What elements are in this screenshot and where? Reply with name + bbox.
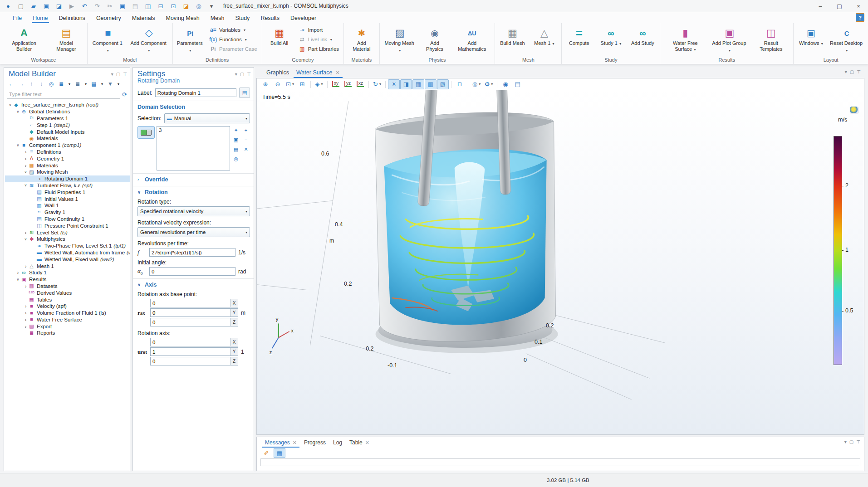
selection-dropdown[interactable]: ▬ Manual ▾ (164, 113, 250, 123)
tree-item-gravity-1[interactable]: ≈Gravity 1 (5, 209, 130, 216)
chevron-down-icon[interactable]: ▾ (67, 80, 72, 88)
initial-angle-input[interactable] (149, 267, 235, 276)
rotation-type-dropdown[interactable]: Specified rotational velocity▾ (137, 206, 250, 216)
tree-item-study-1[interactable]: ›∞Study 1 (5, 269, 130, 276)
tree-expander-icon[interactable]: ∨ (8, 103, 13, 107)
build-all-button[interactable]: ▦Build All (264, 24, 295, 57)
tree-item-component-1[interactable]: ∨■Component 1(comp1) (5, 142, 130, 149)
tree-item-definitions[interactable]: ›≡Definitions (5, 149, 130, 156)
paste-selection-button[interactable]: ▤ (232, 145, 240, 153)
add-mathematics-button[interactable]: ΔUAdd Mathematics (451, 24, 493, 57)
pin-panel-icon[interactable]: ⊤ (123, 72, 127, 77)
view-xy-button[interactable]: xy (330, 79, 342, 89)
tree-expander-icon[interactable]: ∨ (15, 143, 20, 147)
zoom-out-button[interactable]: ⊖ (272, 79, 284, 89)
parameters-button[interactable]: PiParameters ▾ (175, 24, 206, 57)
clear-selection-button[interactable]: ✕ (242, 145, 250, 153)
tab-home[interactable]: Home (27, 14, 53, 23)
tab-messages[interactable]: Messages✕ (261, 438, 300, 448)
tree-item-default-model-inputs[interactable]: ◆Default Model Inputs (5, 128, 130, 135)
chevron-down-icon[interactable]: ∨ (137, 190, 142, 195)
float-panel-icon[interactable]: ▢ (240, 72, 244, 77)
tree-expander-icon[interactable]: › (23, 230, 28, 235)
pin-panel-icon[interactable]: ⊤ (247, 72, 251, 77)
base-point-y-input[interactable] (150, 308, 238, 317)
pin-panel-icon[interactable]: ⊤ (856, 439, 860, 444)
velocity-expression-dropdown[interactable]: General revolutions per time▾ (137, 227, 250, 237)
tree-item-export[interactable]: ›▤Export (5, 323, 130, 330)
model-manager-button[interactable]: ▤Model Manager (47, 24, 85, 57)
copy-selection-button[interactable]: ▣ (232, 136, 240, 144)
label-input[interactable] (155, 88, 236, 97)
tree-item-parameters-1[interactable]: PiParameters 1 (5, 115, 130, 122)
add-study-button[interactable]: ∞Add Study (627, 24, 658, 57)
build-mesh-button[interactable]: ▦Build Mesh (497, 24, 528, 57)
tree-item-multiphysics[interactable]: ∨✱Multiphysics (5, 236, 130, 243)
tree-item-free-surface-mixer-ls-mph[interactable]: ∨◆free_surface_mixer_ls.mph(root) (5, 102, 130, 108)
material-color-button[interactable]: ▧ (437, 79, 449, 89)
add-component-button[interactable]: ◇Add Component ▾ (128, 24, 171, 57)
tree-item-pressure-point-constraint-1[interactable]: ◫Pressure Point Constraint 1 (5, 222, 130, 229)
move-down-button[interactable]: ↓ (37, 80, 46, 88)
select-icon[interactable]: ⊡ (168, 1, 179, 10)
tree-item-turbulent-flow-k-[interactable]: ∨≋Turbulent Flow, k-ε(spf) (5, 182, 130, 189)
tree-item-reports[interactable]: ≣Reports (5, 330, 130, 336)
undo-icon[interactable]: ↶ (79, 1, 90, 10)
tab-materials[interactable]: Materials (127, 14, 161, 23)
copy-icon[interactable]: ▣ (117, 1, 128, 10)
duplicate-icon[interactable]: ◫ (142, 1, 153, 10)
tree-item-two-phase-flow-level-set-1[interactable]: ≈Two-Phase Flow, Level Set 1(tpf1) (5, 243, 130, 249)
revolutions-input[interactable] (149, 248, 235, 257)
appearance-button[interactable]: ◎▾ (471, 79, 482, 89)
refresh-icon[interactable]: ⟳ (122, 91, 127, 98)
close-icon[interactable]: ✕ (335, 70, 339, 76)
tree-expander-icon[interactable]: › (23, 163, 28, 168)
chevron-down-icon[interactable]: ▾ (116, 80, 121, 88)
water-free-surface-button[interactable]: ▮Water Free Surface ▾ (662, 24, 708, 57)
comsol-logo-icon[interactable]: ● (3, 1, 14, 10)
tree-item-rotating-domain-1[interactable]: ◑Rotating Domain 1 (5, 175, 130, 182)
zoom-in-button[interactable]: ⊕ (260, 79, 271, 89)
tab-geometry[interactable]: Geometry (91, 14, 127, 23)
find-icon[interactable]: ◎ (193, 1, 204, 10)
tree-expander-icon[interactable]: › (23, 156, 28, 161)
tree-item-wall-1[interactable]: ▥Wall 1 (5, 202, 130, 209)
rotate-button[interactable]: ↻▾ (371, 79, 383, 89)
tree-expander-icon[interactable]: ∨ (23, 170, 28, 174)
tree-expander-icon[interactable]: ∨ (23, 237, 28, 241)
tree-expander-icon[interactable]: › (23, 310, 28, 316)
move-up-button[interactable]: ↑ (27, 80, 36, 88)
filter-button[interactable]: ▼ (106, 80, 115, 88)
label-options-button[interactable]: ▤ (239, 88, 250, 98)
tab-moving-mesh[interactable]: Moving Mesh (160, 14, 205, 23)
tree-item-materials[interactable]: ◉Materials (5, 135, 130, 142)
tree-item-datasets[interactable]: ›▦Datasets (5, 283, 130, 290)
float-panel-icon[interactable]: ▢ (116, 72, 120, 77)
application-builder-button[interactable]: AApplication Builder (2, 24, 46, 57)
component-1-button[interactable]: ■Component 1 ▾ (89, 24, 127, 57)
chevron-down-icon[interactable]: ▾ (83, 80, 88, 88)
part-libraries-button[interactable]: ▥Part Libraries (296, 44, 342, 54)
collapse-panel-icon[interactable]: ▾ (845, 69, 847, 74)
tree-expander-icon[interactable]: › (23, 149, 28, 155)
add-to-selection-button[interactable]: + (242, 126, 250, 134)
collapse-all-button[interactable]: ≣ (73, 80, 82, 88)
graphics-canvas[interactable]: Time=5.5 s (257, 90, 864, 434)
scene-light-button[interactable]: ☀ (388, 79, 400, 89)
tree-item-results[interactable]: ∨▣Results (5, 276, 130, 283)
axis-y-input[interactable] (150, 347, 238, 356)
show-grid-button[interactable]: ▦ (412, 79, 424, 89)
mesh-1-button[interactable]: △Mesh 1 ▾ (529, 24, 559, 57)
cut-icon[interactable]: ✂ (104, 1, 115, 10)
node-group-button[interactable]: ▤ (89, 80, 98, 88)
tree-item-geometry-1[interactable]: ›AGeometry 1 (5, 155, 130, 162)
tree-expander-icon[interactable]: ∨ (15, 110, 20, 114)
new-file-icon[interactable]: ▢ (15, 1, 26, 10)
view-xz-button[interactable]: xz (354, 79, 366, 89)
close-button[interactable]: × (849, 0, 868, 12)
axis-x-input[interactable] (150, 338, 238, 346)
zoom-to-selection-button[interactable]: ◎ (232, 155, 240, 163)
reset-desktop-button[interactable]: CReset Desktop ▾ (827, 24, 866, 57)
tab-mesh[interactable]: Mesh (205, 14, 230, 23)
functions-button[interactable]: f(x)Functions▾ (207, 35, 260, 44)
